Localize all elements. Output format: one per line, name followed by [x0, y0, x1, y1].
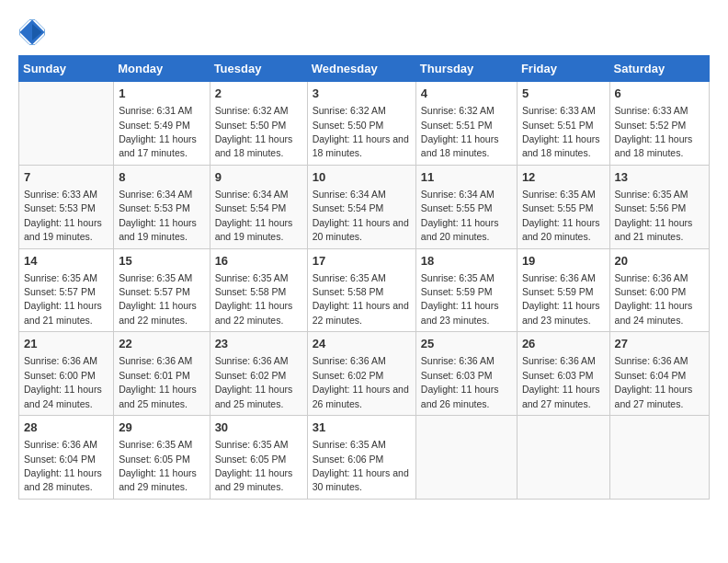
- daylight: Daylight: 11 hours and 27 minutes.: [522, 384, 600, 408]
- sunrise: Sunrise: 6:33 AM: [24, 189, 97, 200]
- sunset: Sunset: 5:52 PM: [615, 120, 687, 131]
- day-cell: 24 Sunrise: 6:36 AM Sunset: 6:02 PM Dayl…: [307, 332, 415, 416]
- day-header-friday: Friday: [517, 56, 609, 82]
- week-row-2: 7 Sunrise: 6:33 AM Sunset: 5:53 PM Dayli…: [19, 165, 710, 248]
- daylight: Daylight: 11 hours and 22 minutes.: [215, 300, 293, 325]
- sunset: Sunset: 5:50 PM: [215, 120, 287, 131]
- sunrise: Sunrise: 6:36 AM: [615, 272, 688, 283]
- day-cell: 17 Sunrise: 6:35 AM Sunset: 5:58 PM Dayl…: [307, 248, 415, 332]
- daylight: Daylight: 11 hours and 28 minutes.: [24, 467, 102, 492]
- day-number: 20: [615, 253, 704, 270]
- day-number: 25: [421, 336, 512, 352]
- day-cell: 1 Sunrise: 6:31 AM Sunset: 5:49 PM Dayli…: [114, 82, 210, 166]
- sunset: Sunset: 5:55 PM: [522, 202, 594, 213]
- sunset: Sunset: 5:55 PM: [421, 202, 493, 213]
- day-number: 11: [421, 169, 512, 186]
- daylight: Daylight: 11 hours and 18 minutes.: [522, 133, 600, 158]
- daylight: Daylight: 11 hours and 18 minutes.: [421, 133, 499, 158]
- day-cell: 22 Sunrise: 6:36 AM Sunset: 6:01 PM Dayl…: [114, 332, 210, 416]
- day-cell: 20 Sunrise: 6:36 AM Sunset: 6:00 PM Dayl…: [609, 248, 709, 332]
- day-number: 23: [215, 336, 302, 352]
- sunset: Sunset: 6:03 PM: [421, 370, 493, 381]
- day-cell: 4 Sunrise: 6:32 AM Sunset: 5:51 PM Dayli…: [415, 82, 517, 166]
- sunset: Sunset: 6:02 PM: [215, 370, 287, 381]
- daylight: Daylight: 11 hours and 27 minutes.: [615, 384, 693, 408]
- day-cell: 14 Sunrise: 6:35 AM Sunset: 5:57 PM Dayl…: [19, 248, 114, 332]
- daylight: Daylight: 11 hours and 25 minutes.: [215, 384, 293, 408]
- sunrise: Sunrise: 6:36 AM: [215, 355, 289, 366]
- sunset: Sunset: 5:57 PM: [119, 286, 190, 297]
- sunset: Sunset: 5:56 PM: [615, 202, 687, 213]
- day-cell: 30 Sunrise: 6:35 AM Sunset: 6:05 PM Dayl…: [210, 416, 307, 500]
- sunrise: Sunrise: 6:36 AM: [119, 355, 192, 366]
- daylight: Daylight: 11 hours and 19 minutes.: [215, 217, 293, 242]
- day-number: 14: [24, 253, 108, 270]
- day-cell: 12 Sunrise: 6:35 AM Sunset: 5:55 PM Dayl…: [517, 165, 609, 248]
- week-row-3: 14 Sunrise: 6:35 AM Sunset: 5:57 PM Dayl…: [19, 248, 710, 332]
- day-cell: [415, 416, 517, 500]
- sunrise: Sunrise: 6:35 AM: [215, 439, 289, 450]
- day-cell: [19, 82, 114, 166]
- sunrise: Sunrise: 6:35 AM: [313, 272, 386, 283]
- day-number: 12: [522, 169, 605, 186]
- sunrise: Sunrise: 6:34 AM: [215, 189, 289, 200]
- daylight: Daylight: 11 hours and 23 minutes.: [522, 300, 600, 325]
- sunrise: Sunrise: 6:33 AM: [615, 105, 688, 116]
- sunrise: Sunrise: 6:35 AM: [215, 272, 289, 283]
- sunset: Sunset: 6:04 PM: [615, 370, 687, 381]
- day-cell: 7 Sunrise: 6:33 AM Sunset: 5:53 PM Dayli…: [19, 165, 114, 248]
- day-cell: 29 Sunrise: 6:35 AM Sunset: 6:05 PM Dayl…: [114, 416, 210, 500]
- day-number: 15: [119, 253, 204, 270]
- day-cell: [609, 416, 709, 500]
- day-cell: 15 Sunrise: 6:35 AM Sunset: 5:57 PM Dayl…: [114, 248, 210, 332]
- sunset: Sunset: 6:03 PM: [522, 370, 594, 381]
- day-cell: 21 Sunrise: 6:36 AM Sunset: 6:00 PM Dayl…: [19, 332, 114, 416]
- sunrise: Sunrise: 6:36 AM: [421, 355, 495, 366]
- sunrise: Sunrise: 6:34 AM: [421, 189, 495, 200]
- day-header-sunday: Sunday: [19, 56, 114, 82]
- sunset: Sunset: 6:00 PM: [615, 286, 687, 297]
- day-number: 30: [215, 419, 302, 436]
- daylight: Daylight: 11 hours and 18 minutes.: [615, 133, 693, 158]
- sunrise: Sunrise: 6:31 AM: [119, 105, 192, 116]
- sunset: Sunset: 5:57 PM: [24, 286, 96, 297]
- day-cell: 28 Sunrise: 6:36 AM Sunset: 6:04 PM Dayl…: [19, 416, 114, 500]
- sunset: Sunset: 5:49 PM: [119, 120, 190, 131]
- sunset: Sunset: 5:53 PM: [24, 202, 96, 213]
- sunset: Sunset: 6:04 PM: [24, 454, 96, 465]
- sunset: Sunset: 6:00 PM: [24, 370, 96, 381]
- sunrise: Sunrise: 6:36 AM: [24, 439, 97, 450]
- day-cell: 8 Sunrise: 6:34 AM Sunset: 5:53 PM Dayli…: [114, 165, 210, 248]
- day-number: 2: [215, 86, 302, 102]
- day-number: 17: [313, 253, 411, 270]
- day-cell: 11 Sunrise: 6:34 AM Sunset: 5:55 PM Dayl…: [415, 165, 517, 248]
- sunrise: Sunrise: 6:34 AM: [119, 189, 192, 200]
- day-cell: 6 Sunrise: 6:33 AM Sunset: 5:52 PM Dayli…: [609, 82, 709, 166]
- daylight: Daylight: 11 hours and 19 minutes.: [119, 217, 197, 242]
- sunrise: Sunrise: 6:34 AM: [313, 189, 386, 200]
- sunrise: Sunrise: 6:36 AM: [522, 272, 596, 283]
- day-number: 4: [421, 86, 512, 102]
- day-number: 13: [615, 169, 704, 186]
- sunset: Sunset: 6:01 PM: [119, 370, 190, 381]
- day-cell: 23 Sunrise: 6:36 AM Sunset: 6:02 PM Dayl…: [210, 332, 307, 416]
- sunrise: Sunrise: 6:35 AM: [421, 272, 495, 283]
- week-row-1: 1 Sunrise: 6:31 AM Sunset: 5:49 PM Dayli…: [19, 82, 710, 166]
- day-number: 10: [313, 169, 411, 186]
- sunset: Sunset: 6:05 PM: [215, 454, 287, 465]
- day-cell: 25 Sunrise: 6:36 AM Sunset: 6:03 PM Dayl…: [415, 332, 517, 416]
- sunrise: Sunrise: 6:36 AM: [313, 355, 386, 366]
- day-number: 28: [24, 419, 108, 436]
- daylight: Daylight: 11 hours and 20 minutes.: [421, 217, 499, 242]
- day-number: 31: [313, 419, 411, 436]
- day-number: 29: [119, 419, 204, 436]
- day-cell: 31 Sunrise: 6:35 AM Sunset: 6:06 PM Dayl…: [307, 416, 415, 500]
- day-cell: 18 Sunrise: 6:35 AM Sunset: 5:59 PM Dayl…: [415, 248, 517, 332]
- sunset: Sunset: 5:59 PM: [522, 286, 594, 297]
- sunrise: Sunrise: 6:33 AM: [522, 105, 596, 116]
- day-header-tuesday: Tuesday: [210, 56, 307, 82]
- sunrise: Sunrise: 6:32 AM: [215, 105, 289, 116]
- daylight: Daylight: 11 hours and 20 minutes.: [522, 217, 600, 242]
- header-row: SundayMondayTuesdayWednesdayThursdayFrid…: [19, 56, 710, 82]
- daylight: Daylight: 11 hours and 18 minutes.: [313, 133, 409, 158]
